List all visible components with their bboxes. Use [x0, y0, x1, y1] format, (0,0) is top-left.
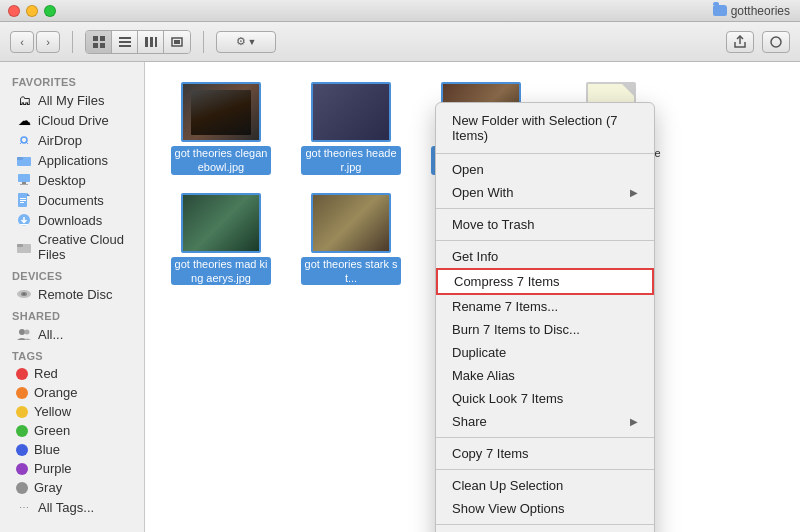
menu-separator	[436, 153, 654, 154]
documents-icon	[16, 192, 32, 208]
back-button[interactable]: ‹	[10, 31, 34, 53]
sidebar-item-all-shared[interactable]: All...	[4, 324, 140, 344]
desktop-icon	[16, 172, 32, 188]
menu-item-burn[interactable]: Burn 7 Items to Disc...	[436, 318, 654, 341]
sidebar-item-label: Applications	[38, 153, 108, 168]
creative-cloud-icon	[16, 239, 32, 255]
svg-rect-6	[119, 45, 131, 47]
all-shared-icon	[16, 326, 32, 342]
column-view-button[interactable]	[138, 31, 164, 53]
file-name: got theories mad king aerys.jpg	[171, 257, 271, 286]
sidebar-item-label: Downloads	[38, 213, 102, 228]
svg-rect-16	[18, 174, 30, 182]
svg-rect-1	[100, 36, 105, 41]
maximize-button[interactable]	[44, 5, 56, 17]
file-item[interactable]: got theories header.jpg	[291, 78, 411, 179]
share-button[interactable]	[726, 31, 754, 53]
svg-rect-15	[17, 157, 23, 160]
file-name: got theories header.jpg	[301, 146, 401, 175]
menu-item-copy[interactable]: Copy 7 Items	[436, 442, 654, 465]
sidebar-item-label: Orange	[34, 385, 77, 400]
sidebar-item-label: Documents	[38, 193, 104, 208]
list-view-button[interactable]	[112, 31, 138, 53]
sidebar-item-applications[interactable]: Applications	[4, 150, 140, 170]
menu-item-open-with[interactable]: Open With ▶	[436, 181, 654, 204]
svg-point-12	[771, 37, 781, 47]
file-item[interactable]: got theories mad king aerys.jpg	[161, 189, 281, 290]
close-button[interactable]	[8, 5, 20, 17]
view-switcher	[85, 30, 191, 54]
sidebar-item-yellow[interactable]: Yellow	[4, 402, 140, 421]
svg-rect-4	[119, 37, 131, 39]
separator	[72, 31, 73, 53]
menu-item-compress[interactable]: Compress 7 Items	[436, 268, 654, 295]
sidebar-item-orange[interactable]: Orange	[4, 383, 140, 402]
menu-item-share[interactable]: Share ▶	[436, 410, 654, 433]
sidebar-item-label: Gray	[34, 480, 62, 495]
sidebar-item-all-my-files[interactable]: 🗂 All My Files	[4, 90, 140, 110]
sidebar-item-all-tags[interactable]: ⋯ All Tags...	[4, 497, 140, 517]
menu-item-open[interactable]: Open	[436, 158, 654, 181]
svg-rect-9	[155, 37, 157, 47]
submenu-arrow: ▶	[630, 187, 638, 198]
nav-buttons: ‹ ›	[10, 31, 60, 53]
menu-item-get-info[interactable]: Get Info	[436, 245, 654, 268]
menu-item-move-trash[interactable]: Move to Trash	[436, 213, 654, 236]
sidebar-item-documents[interactable]: Documents	[4, 190, 140, 210]
sidebar-item-icloud-drive[interactable]: ☁ iCloud Drive	[4, 110, 140, 130]
menu-item-cleanup[interactable]: Clean Up Selection	[436, 474, 654, 497]
favorites-section-title: Favorites	[0, 70, 144, 90]
sidebar-item-gray[interactable]: Gray	[4, 478, 140, 497]
folder-icon	[713, 5, 727, 16]
cover-view-button[interactable]	[164, 31, 190, 53]
action-button[interactable]: ⚙▼	[216, 31, 276, 53]
titlebar: gottheories	[0, 0, 800, 22]
svg-rect-2	[93, 43, 98, 48]
minimize-button[interactable]	[26, 5, 38, 17]
svg-rect-5	[119, 41, 131, 43]
sidebar-item-blue[interactable]: Blue	[4, 440, 140, 459]
icloud-icon: ☁	[16, 112, 32, 128]
separator2	[203, 31, 204, 53]
svg-rect-20	[20, 198, 26, 199]
shared-section-title: Shared	[0, 304, 144, 324]
purple-tag-dot	[16, 463, 28, 475]
svg-rect-18	[20, 184, 28, 185]
sidebar-item-remote-disc[interactable]: Remote Disc	[4, 284, 140, 304]
menu-item-show-view[interactable]: Show View Options	[436, 497, 654, 520]
sidebar-item-downloads[interactable]: Downloads	[4, 210, 140, 230]
menu-item-make-alias[interactable]: Make Alias	[436, 364, 654, 387]
menu-item-duplicate[interactable]: Duplicate	[436, 341, 654, 364]
menu-separator	[436, 469, 654, 470]
forward-button[interactable]: ›	[36, 31, 60, 53]
sidebar-item-creative-cloud[interactable]: Creative Cloud Files	[4, 230, 140, 264]
menu-item-rename[interactable]: Rename 7 Items...	[436, 295, 654, 318]
remote-disc-icon	[16, 286, 32, 302]
sidebar-item-red[interactable]: Red	[4, 364, 140, 383]
sidebar-item-label: Blue	[34, 442, 60, 457]
sidebar-item-label: Remote Disc	[38, 287, 112, 302]
file-item[interactable]: got theories cleganebowl.jpg	[161, 78, 281, 179]
sidebar-item-purple[interactable]: Purple	[4, 459, 140, 478]
sidebar-item-desktop[interactable]: Desktop	[4, 170, 140, 190]
file-item[interactable]: got theories stark st...	[291, 189, 411, 290]
sidebar-item-label: Creative Cloud Files	[38, 232, 128, 262]
menu-item-quick-look[interactable]: Quick Look 7 Items	[436, 387, 654, 410]
sidebar-item-label: All My Files	[38, 93, 104, 108]
sidebar-item-green[interactable]: Green	[4, 421, 140, 440]
all-my-files-icon: 🗂	[16, 92, 32, 108]
svg-rect-17	[22, 182, 26, 184]
sidebar-item-label: Green	[34, 423, 70, 438]
icon-view-button[interactable]	[86, 31, 112, 53]
file-name: got theories stark st...	[301, 257, 401, 286]
svg-rect-24	[20, 224, 28, 226]
menu-separator	[436, 240, 654, 241]
toolbar: ‹ › ⚙▼	[0, 22, 800, 62]
sidebar-item-airdrop[interactable]: AirDrop	[4, 130, 140, 150]
file-thumbnail	[181, 193, 261, 253]
devices-section-title: Devices	[0, 264, 144, 284]
traffic-lights	[8, 5, 56, 17]
svg-rect-3	[100, 43, 105, 48]
tag-button[interactable]	[762, 31, 790, 53]
svg-rect-26	[17, 244, 23, 247]
